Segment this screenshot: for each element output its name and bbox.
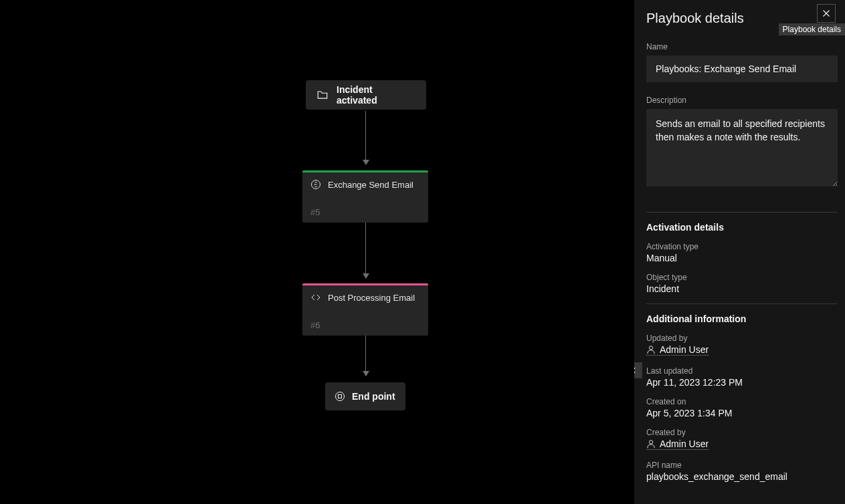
activation-type-label: Activation type [646, 242, 837, 251]
last-updated-label: Last updated [646, 366, 837, 376]
function-node-exchange[interactable]: Exchange Send Email #5 [302, 170, 428, 223]
api-name-value: playbooks_exchange_send_email [646, 471, 837, 482]
function-node-title: Exchange Send Email [328, 180, 413, 190]
svg-point-3 [649, 346, 652, 350]
svg-point-1 [336, 392, 345, 401]
created-on-field: Created on Apr 5, 2023 1:34 PM [646, 397, 837, 418]
connector-arrow [365, 222, 366, 278]
function-node-id: #5 [310, 207, 420, 217]
updated-by-user-link[interactable]: Admin User [646, 344, 709, 356]
chevron-left-icon [634, 367, 638, 374]
end-node-label: End point [352, 391, 395, 402]
updated-by-label: Updated by [646, 334, 837, 343]
created-by-label: Created by [646, 428, 837, 437]
created-on-label: Created on [646, 397, 837, 406]
code-icon [310, 292, 321, 303]
activation-details-heading: Activation details [646, 222, 837, 233]
svg-point-4 [649, 440, 652, 444]
close-icon [822, 9, 830, 17]
created-by-field: Created by Admin User [646, 428, 837, 451]
script-node-title: Post Processing Email [328, 293, 415, 303]
object-type-value: Incident [646, 283, 837, 294]
divider [646, 212, 837, 213]
created-on-value: Apr 5, 2023 1:34 PM [646, 408, 837, 418]
start-node-label: Incident activated [337, 84, 415, 106]
last-updated-value: Apr 11, 2023 12:23 PM [646, 377, 837, 388]
updated-by-value: Admin User [660, 344, 709, 355]
end-node[interactable]: End point [325, 382, 405, 410]
api-name-field: API name playbooks_exchange_send_email [646, 461, 837, 482]
stop-icon [335, 391, 345, 402]
description-textarea[interactable] [646, 109, 838, 186]
close-tooltip: Playbook details [779, 23, 845, 35]
updated-by-field: Updated by Admin User [646, 334, 837, 357]
activation-type-value: Manual [646, 253, 837, 263]
last-updated-field: Last updated Apr 11, 2023 12:23 PM [646, 366, 837, 388]
created-by-value: Admin User [660, 438, 709, 449]
collapse-panel-button[interactable] [634, 362, 642, 378]
additional-info-heading: Additional information [646, 313, 837, 324]
close-panel-button[interactable] [817, 4, 836, 23]
user-icon [646, 439, 656, 449]
object-type-field: Object type Incident [646, 273, 837, 294]
object-type-label: Object type [646, 273, 837, 282]
folder-icon [316, 89, 328, 101]
start-node[interactable]: Incident activated [306, 80, 426, 110]
divider [646, 303, 837, 304]
connector-arrow [365, 336, 366, 376]
function-icon [310, 179, 321, 190]
connector-arrow [365, 111, 366, 164]
api-name-label: API name [646, 461, 837, 470]
flow-canvas[interactable]: Incident activated Exchange Send Email #… [0, 0, 634, 504]
script-node-post[interactable]: Post Processing Email #6 [302, 283, 428, 336]
name-label: Name [646, 42, 837, 51]
description-label: Description [646, 96, 837, 105]
svg-rect-2 [339, 395, 342, 398]
name-input[interactable] [646, 55, 838, 82]
script-node-id: #6 [310, 320, 420, 330]
activation-type-field: Activation type Manual [646, 242, 837, 263]
details-panel: Playbook details Playbook details Name D… [634, 0, 845, 504]
user-icon [646, 345, 656, 354]
created-by-user-link[interactable]: Admin User [646, 438, 709, 450]
